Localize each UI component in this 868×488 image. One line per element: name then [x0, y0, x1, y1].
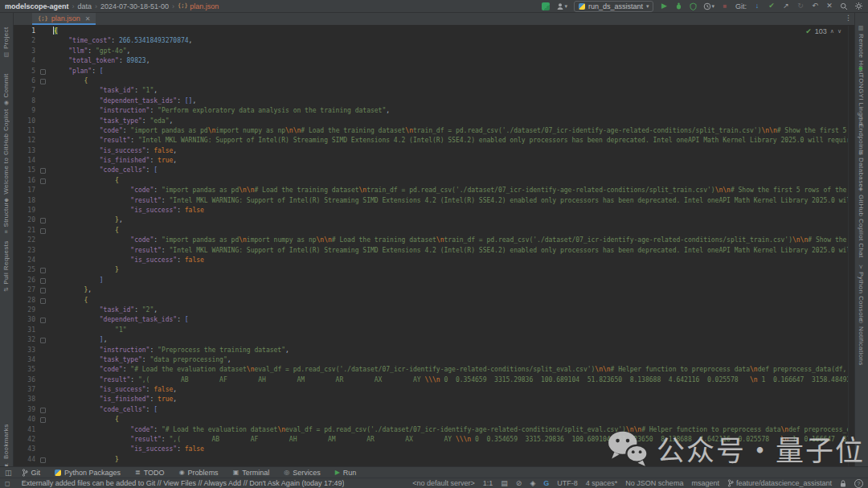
tool-button-github-copilot-chat[interactable]: ◈GitHub Copilot Chat — [858, 186, 865, 258]
toolwindow-button-todo[interactable]: ≣TODO — [135, 469, 165, 477]
tool-button-endpoints[interactable]: ◇Endpoints — [858, 115, 865, 156]
code-line[interactable]: "task_type": "data preprocessing", — [53, 355, 849, 365]
toolwindow-button-run[interactable]: ▶Run — [335, 469, 357, 477]
code-line[interactable]: { — [53, 226, 849, 236]
tool-button-bookmarks[interactable]: ⚑Bookmarks — [2, 424, 10, 468]
tool-button-project[interactable]: ▤Project — [2, 27, 10, 58]
copilot-status-icon[interactable]: ◈ — [530, 479, 535, 487]
fold-icon[interactable] — [40, 288, 46, 293]
coverage-button[interactable] — [689, 2, 697, 10]
editor-code[interactable]: { "time_cost": 266.53418493270874, "llm"… — [53, 27, 849, 467]
git-commit-icon[interactable]: ✔ — [768, 2, 776, 10]
git-push-icon[interactable]: ↗ — [782, 2, 790, 10]
editor[interactable]: 1234567891011121314151617181920212223242… — [13, 25, 855, 467]
breadcrumb-folder[interactable]: data — [78, 2, 92, 10]
help-icon[interactable]: ? — [854, 479, 863, 488]
caret-position[interactable]: 1:1 — [483, 479, 493, 487]
tool-button-commit[interactable]: ◉Commit — [2, 73, 10, 106]
fold-icon[interactable] — [40, 338, 46, 343]
shelve-icon[interactable]: ✕ — [825, 2, 833, 10]
toolwindow-button-git[interactable]: Git — [22, 469, 41, 477]
lingma-icon[interactable] — [542, 2, 550, 10]
fold-icon[interactable] — [40, 218, 46, 223]
code-line[interactable]: }, — [53, 285, 849, 295]
indent-style[interactable]: 4 spaces* — [586, 479, 618, 487]
status-toolwindow-icon[interactable]: ◻ — [5, 480, 10, 487]
fold-icon[interactable] — [40, 408, 46, 413]
json-schema[interactable]: No JSON schema — [625, 479, 683, 487]
file-encoding[interactable]: UTF-8 — [557, 479, 578, 487]
code-line[interactable]: "1" — [53, 326, 849, 335]
fold-icon[interactable] — [40, 457, 46, 463]
code-line[interactable]: "result": "Intel MKL WARNING: Support of… — [53, 246, 849, 256]
code-line[interactable]: "plan": [ — [53, 67, 849, 76]
code-line[interactable]: "instruction": "Perform exploratory data… — [53, 106, 849, 116]
code-line[interactable]: { — [53, 296, 849, 306]
profiler-button[interactable]: ▾ — [703, 2, 714, 10]
breadcrumb-file[interactable]: plan.json — [190, 2, 219, 10]
default-server[interactable]: <no default server> — [412, 479, 475, 487]
fold-icon[interactable] — [40, 178, 46, 184]
tool-button-welcome-to-github-copilot[interactable]: ◈Welcome to GitHub Copilot — [2, 109, 10, 203]
next-problem-icon[interactable]: ∨ — [837, 28, 841, 35]
code-line[interactable]: "dependent_task_ids": [], — [53, 96, 849, 106]
toolwindow-button-python-packages[interactable]: Python Packages — [55, 469, 121, 477]
fold-icon[interactable] — [40, 268, 46, 273]
code-line[interactable]: { — [53, 76, 849, 86]
breadcrumb-project[interactable]: modelscope-agent — [5, 2, 69, 10]
fold-icon[interactable] — [40, 278, 46, 284]
code-line[interactable]: "result": ",( AB AF AH AM AR AX AY \\\n … — [53, 375, 849, 385]
fold-icon[interactable] — [40, 417, 46, 423]
inspections-widget[interactable]: ✔ 103 ∧ ∨ — [803, 27, 844, 35]
tool-window-switcher-icon[interactable]: ◫ — [5, 469, 12, 477]
code-line[interactable]: ], — [53, 335, 849, 345]
code-line[interactable]: "code_cells": [ — [53, 405, 849, 415]
code-line[interactable]: "is_success": false, — [53, 146, 849, 156]
fold-icon[interactable] — [40, 69, 46, 75]
tool-button-pull-requests[interactable]: ⇅Pull Requests — [2, 240, 10, 292]
code-line[interactable]: "is_finished": true, — [53, 156, 849, 166]
g-plugin-icon[interactable]: G — [543, 479, 549, 487]
fold-icon[interactable] — [40, 298, 46, 304]
close-icon[interactable]: ✕ — [85, 15, 91, 23]
run-configuration-select[interactable]: run_ds_assistant ▾ — [574, 1, 654, 12]
fold-icon[interactable] — [40, 318, 46, 323]
code-line[interactable]: ] — [53, 276, 849, 285]
code-line[interactable]: }, — [53, 215, 849, 225]
run-button[interactable]: ▶ — [660, 2, 668, 10]
code-line[interactable]: "code": "import pandas as pd\nimport num… — [53, 236, 849, 245]
prev-problem-icon[interactable]: ∧ — [830, 28, 834, 35]
code-line[interactable]: "dependent_task_ids": [ — [53, 315, 849, 325]
toolwindow-button-terminal[interactable]: ▣Terminal — [233, 469, 270, 477]
tool-button-structure[interactable]: ≡Structure — [2, 199, 10, 234]
code-line[interactable]: "instruction": "Preprocess the training … — [53, 346, 849, 355]
code-line[interactable]: "is_finished": true, — [53, 395, 849, 404]
settings-icon[interactable] — [854, 2, 863, 10]
fold-icon[interactable] — [40, 228, 46, 234]
tab-plan-json[interactable]: {;} plan.json ✕ — [32, 12, 96, 25]
interpreter[interactable]: msagent — [691, 479, 719, 487]
breadcrumb-subfolder[interactable]: 2024-07-30-18-51-00 — [100, 2, 169, 10]
code-line[interactable]: "is_success": false — [53, 256, 849, 265]
debug-button[interactable] — [674, 2, 682, 10]
user-profile-icon[interactable]: ▾ — [556, 2, 567, 10]
git-update-icon[interactable]: ↓ — [753, 2, 761, 10]
code-line[interactable]: "code_cells": [ — [53, 166, 849, 175]
code-line[interactable]: { — [53, 415, 849, 424]
code-line[interactable]: "llm": "gpt-4o", — [53, 47, 849, 56]
code-line[interactable]: { — [53, 176, 849, 186]
toolwindow-button-problems[interactable]: ◉Problems — [179, 469, 219, 477]
fold-icon[interactable] — [40, 168, 46, 174]
tab-options-icon[interactable]: ⋮ — [845, 14, 852, 22]
history-icon[interactable]: ↻ — [796, 2, 805, 10]
search-icon[interactable] — [840, 2, 848, 10]
tool-button-python-console[interactable]: ≻Python Console — [858, 265, 865, 322]
rollback-icon[interactable]: ↶ — [811, 2, 819, 10]
status-message[interactable]: Externally added files can be added to G… — [22, 479, 345, 487]
layout-icon[interactable]: ▤ — [501, 479, 508, 487]
code-line[interactable]: "code": "# Load the evaluation dataset\n… — [53, 365, 849, 375]
code-line[interactable]: "task_id": "1", — [53, 86, 849, 96]
code-line[interactable]: "total_token": 89823, — [53, 56, 849, 66]
inspections-off-icon[interactable]: ⊘ — [516, 479, 522, 487]
code-line[interactable]: "task_id": "2", — [53, 306, 849, 315]
